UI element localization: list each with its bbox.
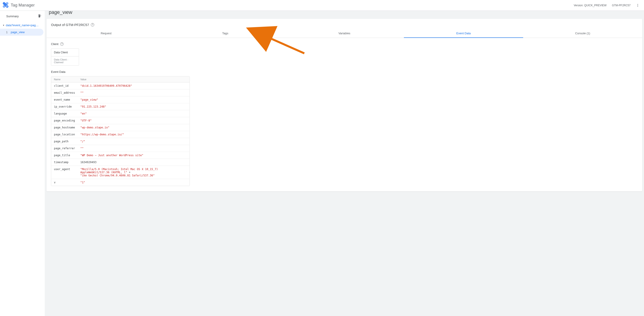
- event-row-value: 1634920493: [78, 159, 190, 166]
- page-heading: page_view: [46, 11, 642, 17]
- table-row: client_id"dcid.1.1634919706409.470796428…: [51, 82, 190, 89]
- svg-point-3: [638, 4, 638, 5]
- tab-tags[interactable]: Tags: [166, 29, 285, 38]
- tab-console[interactable]: Console (1): [523, 29, 642, 38]
- event-row-value: "91.225.123.248": [78, 103, 190, 110]
- table-row: page_encoding"UTF-8": [51, 117, 190, 124]
- event-row-value: "UTF-8": [78, 117, 190, 124]
- event-row-name: timestamp: [51, 159, 78, 166]
- tag-manager-logo-icon: [3, 2, 8, 9]
- event-row-name: email_address: [51, 89, 78, 96]
- sidebar-request-label: data?event_name=page_vi…: [6, 24, 40, 27]
- event-row-value: "page_view": [78, 96, 190, 103]
- event-row-name: user_agent: [51, 166, 78, 179]
- sidebar: Summary ▼ data?event_name=page_vi… 1page…: [0, 11, 45, 316]
- output-panel: Output of GTM-PF2RC57 ? RequestTagsVaria…: [46, 19, 642, 191]
- event-row-value: "en": [78, 110, 190, 117]
- event-row-name: page_path: [51, 138, 78, 145]
- table-row: timestamp1634920493: [51, 159, 190, 166]
- app-logo-wrap: Tag Manager: [3, 2, 35, 9]
- panel-title: Output of GTM-PF2RC57: [51, 23, 89, 27]
- event-row-name: page_referrer: [51, 145, 78, 152]
- table-row: language"en": [51, 110, 190, 117]
- event-row-name: ip_override: [51, 103, 78, 110]
- table-row: page_location"https://wp-demo.stape.io/": [51, 131, 190, 138]
- client-section-label: Client ?: [46, 38, 642, 47]
- event-data-section-label-text: Event Data: [51, 70, 65, 74]
- container-id: GTM-PF2RC57: [612, 4, 630, 7]
- event-row-value: "dcid.1.1634919706409.470796428": [78, 82, 190, 89]
- content-wrap: page_view Output of GTM-PF2RC57 ? Reques…: [45, 11, 644, 316]
- svg-point-5: [638, 6, 638, 7]
- app-header: Tag Manager Version: QUICK_PREVIEW GTM-P…: [0, 0, 644, 11]
- help-icon[interactable]: ?: [60, 42, 64, 46]
- event-data-section-label: Event Data: [46, 66, 642, 75]
- event-row-value: "Mozilla/5.0 (Macintosh; Intel Mac OS X …: [78, 166, 190, 179]
- event-data-table: Name Value client_id"dcid.1.163491970640…: [51, 76, 190, 186]
- sidebar-summary-label: Summary: [6, 15, 19, 18]
- sidebar-sub-item-index: 1: [5, 31, 8, 34]
- table-row: email_address"": [51, 89, 190, 96]
- sidebar-summary[interactable]: Summary: [0, 11, 45, 22]
- main-area: Summary ▼ data?event_name=page_vi… 1page…: [0, 11, 644, 316]
- client-card[interactable]: Data Client Data Client - Claimed: [51, 48, 79, 66]
- sidebar-request-item[interactable]: ▼ data?event_name=page_vi…: [0, 22, 45, 29]
- version-label: Version: QUICK_PREVIEW: [574, 4, 607, 7]
- table-row: page_hostname"wp-demo.stape.io": [51, 124, 190, 131]
- event-row-name: page_hostname: [51, 124, 78, 131]
- table-header-name: Name: [51, 76, 78, 82]
- client-status: Data Client - Claimed: [51, 56, 79, 65]
- table-row: ip_override"91.225.123.248": [51, 103, 190, 110]
- help-icon[interactable]: ?: [91, 23, 94, 27]
- table-row: event_name"page_view": [51, 96, 190, 103]
- table-header-value: Value: [78, 76, 190, 82]
- app-title: Tag Manager: [11, 3, 35, 8]
- tab-request[interactable]: Request: [46, 29, 166, 38]
- svg-point-4: [638, 5, 638, 6]
- event-row-value: "": [78, 89, 190, 96]
- event-row-value: "WP Demo – Just another WordPress site": [78, 152, 190, 159]
- clear-summary-icon[interactable]: [38, 14, 42, 19]
- event-row-value: "": [78, 145, 190, 152]
- event-row-value: "wp-demo.stape.io": [78, 124, 190, 131]
- caret-down-icon: ▼: [3, 25, 4, 26]
- event-row-value: "https://wp-demo.stape.io/": [78, 131, 190, 138]
- event-row-name: language: [51, 110, 78, 117]
- table-row: user_agent"Mozilla/5.0 (Macintosh; Intel…: [51, 166, 190, 179]
- more-menu-button[interactable]: [635, 3, 640, 8]
- sidebar-sub-item-label: page_view: [11, 31, 24, 34]
- table-row: page_path"/": [51, 138, 190, 145]
- client-name: Data Client: [51, 49, 79, 56]
- table-row: v"1": [51, 179, 190, 186]
- table-row: page_title"WP Demo – Just another WordPr…: [51, 152, 190, 159]
- event-row-name: v: [51, 179, 78, 186]
- event-row-value: "/": [78, 138, 190, 145]
- panel-title-row: Output of GTM-PF2RC57 ?: [46, 19, 642, 27]
- event-row-value: "1": [78, 179, 190, 186]
- event-row-name: event_name: [51, 96, 78, 103]
- table-row: page_referrer"": [51, 145, 190, 152]
- sidebar-sub-item[interactable]: 1page_view: [0, 29, 44, 36]
- event-row-name: page_title: [51, 152, 78, 159]
- svg-point-2: [6, 5, 8, 7]
- event-row-name: page_encoding: [51, 117, 78, 124]
- tab-variables[interactable]: Variables: [285, 29, 404, 38]
- event-row-name: page_location: [51, 131, 78, 138]
- client-section-label-text: Client: [51, 42, 58, 46]
- tab-eventdata[interactable]: Event Data: [404, 29, 523, 38]
- tabs: RequestTagsVariablesEvent DataConsole (1…: [46, 29, 642, 38]
- event-row-name: client_id: [51, 82, 78, 89]
